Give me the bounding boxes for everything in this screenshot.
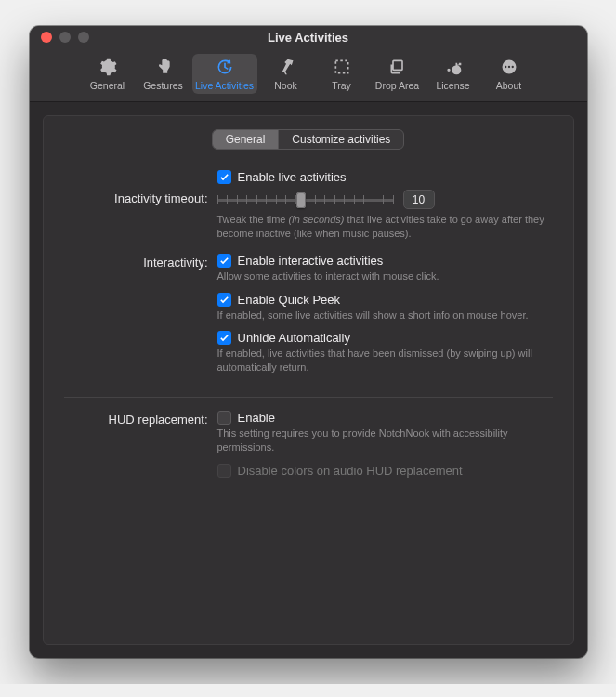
window-controls xyxy=(41,32,89,43)
gear-icon xyxy=(98,58,118,78)
tab-label: Tray xyxy=(332,80,351,91)
quick-peek-help: If enabled, some live activities will sh… xyxy=(217,309,552,322)
enable-live-activities-checkbox[interactable] xyxy=(217,170,231,184)
unhide-auto-label: Unhide Automatically xyxy=(238,331,350,345)
svg-point-2 xyxy=(507,66,509,68)
tab-nook[interactable]: Nook xyxy=(259,54,313,94)
content-area: General Customize activities Enable live… xyxy=(30,102,587,658)
tab-tray[interactable]: Tray xyxy=(315,54,369,94)
interactivity-label: Interactivity: xyxy=(64,254,217,270)
subtab-general[interactable]: General xyxy=(213,130,279,149)
svg-point-1 xyxy=(505,66,506,68)
hud-enable-checkbox[interactable] xyxy=(217,411,231,425)
hud-enable-label: Enable xyxy=(238,411,275,425)
tab-general[interactable]: General xyxy=(81,54,135,94)
minimize-button[interactable] xyxy=(59,32,71,43)
window-title: Live Activities xyxy=(30,31,587,45)
inactivity-timeout-help: Tweak the time (in seconds) that live ac… xyxy=(217,213,552,241)
tab-about[interactable]: About xyxy=(482,54,536,94)
enable-interactive-label: Enable interactive activities xyxy=(238,254,384,268)
tab-drop-area[interactable]: Drop Area xyxy=(371,54,425,94)
inactivity-timeout-label: Inactivity timeout: xyxy=(64,190,217,205)
tab-label: License xyxy=(436,80,469,91)
titlebar: Live Activities xyxy=(30,26,587,48)
subtab-segment: General Customize activities xyxy=(212,129,405,150)
activity-icon xyxy=(215,58,235,78)
key-icon xyxy=(443,58,464,78)
hand-icon xyxy=(153,58,174,78)
tab-label: Nook xyxy=(274,80,297,91)
ellipsis-icon xyxy=(499,58,519,78)
settings-window: Live Activities General Gestures Live Ac… xyxy=(30,26,587,658)
hud-replacement-label: HUD replacement: xyxy=(64,411,217,427)
quick-peek-checkbox[interactable] xyxy=(217,293,231,307)
quick-peek-label: Enable Quick Peek xyxy=(238,293,341,307)
subtab-customize[interactable]: Customize activities xyxy=(278,130,403,149)
close-button[interactable] xyxy=(41,32,52,43)
preferences-toolbar: General Gestures Live Activities Nook Tr… xyxy=(30,48,587,102)
hud-enable-help: This setting requires you to provide Not… xyxy=(217,427,552,454)
unhide-auto-help: If enabled, live activities that have be… xyxy=(217,347,552,375)
tab-label: Live Activities xyxy=(195,80,254,91)
tab-label: Gestures xyxy=(143,80,183,91)
zoom-button[interactable] xyxy=(78,32,89,43)
hud-disable-colors-checkbox xyxy=(217,464,231,478)
enable-interactive-help: Allow some activities to interact with m… xyxy=(217,270,552,283)
inactivity-timeout-value[interactable]: 10 xyxy=(403,190,435,209)
settings-panel: General Customize activities Enable live… xyxy=(43,115,574,645)
enable-live-activities-label: Enable live activities xyxy=(238,170,347,184)
svg-point-3 xyxy=(511,66,513,68)
tab-live-activities[interactable]: Live Activities xyxy=(192,54,257,94)
tab-license[interactable]: License xyxy=(426,54,480,94)
separator xyxy=(64,397,553,398)
stack-icon xyxy=(387,58,408,78)
tray-icon xyxy=(332,58,352,78)
enable-interactive-checkbox[interactable] xyxy=(217,254,231,268)
tab-gestures[interactable]: Gestures xyxy=(137,54,190,94)
tab-label: General xyxy=(90,80,125,91)
inactivity-timeout-slider[interactable] xyxy=(217,191,394,208)
hud-disable-colors-label: Disable colors on audio HUD replacement xyxy=(238,464,463,478)
tab-label: About xyxy=(496,80,521,91)
lamp-icon xyxy=(276,58,296,78)
unhide-auto-checkbox[interactable] xyxy=(217,331,231,345)
tab-label: Drop Area xyxy=(375,80,419,91)
